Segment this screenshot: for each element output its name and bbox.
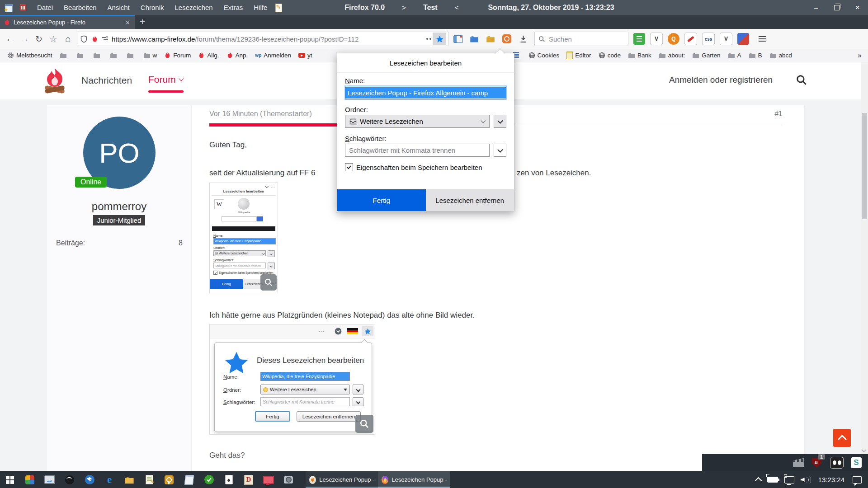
bookmark-folder[interactable]	[106, 50, 123, 61]
taskbar-window-firefox-active[interactable]: Lesezeichen Popup - F...	[378, 471, 450, 488]
bookmark-folder[interactable]	[73, 50, 90, 61]
enlarge-overlay-button[interactable]	[355, 415, 373, 433]
sharex-icon[interactable]: S	[851, 457, 862, 468]
quicklaunch-window-star-icon[interactable]: ★	[5, 3, 14, 12]
antivirus-check-icon[interactable]	[199, 471, 219, 488]
page-scrollbar[interactable]	[861, 62, 868, 454]
taskbar-clock[interactable]: 13:23:24	[818, 476, 844, 483]
tablet-notes-icon[interactable]	[179, 471, 199, 488]
tracking-protection-shield-icon[interactable]	[80, 35, 88, 43]
extension-green-icon[interactable]	[633, 33, 645, 45]
bookmark-forum[interactable]: Forum	[160, 50, 194, 61]
reload-button[interactable]: ↻	[32, 32, 46, 46]
downloads-icon[interactable]	[516, 32, 530, 46]
ublock-shield-icon[interactable]: u 1	[811, 457, 823, 469]
bookmark-folder-bank[interactable]: Bank	[624, 50, 655, 61]
close-button[interactable]: ×	[847, 0, 868, 15]
menu-bearbeiten[interactable]: Bearbeiten	[58, 4, 102, 11]
bookmark-folder[interactable]	[56, 50, 73, 61]
menu-datei[interactable]: Datei	[32, 4, 58, 11]
taskbar-monitor-app-icon[interactable]	[40, 471, 60, 488]
network-icon[interactable]	[784, 476, 794, 483]
bookmark-yt[interactable]: yt	[295, 50, 316, 61]
notepad-pencil-icon[interactable]: ✎	[139, 471, 159, 488]
camera-lens-icon[interactable]	[278, 471, 298, 488]
post-number[interactable]: #1	[774, 110, 783, 118]
action-center-icon[interactable]	[853, 476, 862, 483]
extension-v1-icon[interactable]: V	[650, 33, 663, 45]
permissions-icon[interactable]	[102, 36, 108, 42]
bookmark-folder-garten[interactable]: Garten	[689, 50, 724, 61]
forward-button[interactable]: →	[17, 32, 32, 46]
bookmark-folder-about[interactable]: about:	[655, 50, 689, 61]
site-identity-flame-icon[interactable]	[91, 36, 98, 42]
sitenav-nachrichten[interactable]: Nachrichten	[81, 75, 132, 86]
hamburger-menu-icon[interactable]	[755, 32, 769, 46]
thunderbird-icon[interactable]	[80, 471, 99, 488]
bookmarks-overflow-chevron[interactable]: »	[858, 52, 868, 60]
url-bar[interactable]: https://www.camp-firefox.de/forum/thema/…	[78, 32, 448, 46]
taskbar-window-firefox-old[interactable]: Lesezeichen Popup - F...	[306, 471, 378, 488]
battery-icon[interactable]	[767, 477, 778, 483]
login-link[interactable]: Anmelden oder registrieren	[669, 75, 773, 85]
page-actions-icon[interactable]	[426, 38, 428, 40]
restore-button[interactable]	[826, 0, 847, 15]
search-bar[interactable]: Suchen	[534, 32, 628, 46]
vnc-monitor-icon[interactable]	[259, 471, 278, 488]
menu-extras[interactable]: Extras	[218, 4, 249, 11]
file-explorer-icon[interactable]	[119, 471, 139, 488]
folder-expand-button[interactable]	[494, 115, 506, 128]
quicklaunch-red-grid-icon[interactable]	[19, 3, 28, 12]
taskbar-colorcube-icon[interactable]	[20, 471, 40, 488]
sidebar-toggle-icon[interactable]	[451, 32, 465, 46]
bookmark-allg[interactable]: Allg.	[194, 50, 222, 61]
home-button[interactable]: ⌂	[61, 32, 75, 46]
bookmark-folder-a[interactable]: A	[724, 50, 745, 61]
minimize-button[interactable]: –	[806, 0, 826, 15]
edit-on-save-row[interactable]: Eigenschaften beim Speichern bearbeiten	[345, 163, 482, 171]
tags-expand-button[interactable]	[494, 144, 506, 157]
name-input[interactable]: Lesezeichen Popup - Firefox Allgemein - …	[345, 86, 506, 99]
sitenav-forum[interactable]: Forum	[148, 74, 183, 85]
extension-multicolor-icon[interactable]	[737, 33, 749, 45]
bookmark-cookies[interactable]: Cookies	[525, 50, 563, 61]
scrollbar-down-arrow-icon[interactable]	[862, 448, 866, 452]
speaker-icon[interactable]	[801, 476, 811, 483]
bookmark-code[interactable]: code	[595, 50, 624, 61]
back-button[interactable]: ←	[3, 32, 17, 46]
bookmark-meistbesucht[interactable]: Meistbesucht	[4, 50, 56, 61]
author-name[interactable]: pommerroy	[47, 200, 191, 213]
menu-lesezeichen[interactable]: Lesezeichen	[169, 4, 218, 11]
remove-bookmark-button[interactable]: Lesezeichen entfernen	[426, 189, 514, 211]
extension-q-icon[interactable]: Q	[668, 33, 679, 45]
camp-firefox-logo[interactable]	[43, 67, 66, 95]
bookmark-folder-b[interactable]: B	[745, 50, 766, 61]
bookmark-folder[interactable]	[90, 50, 106, 61]
bookmark-editor[interactable]: Editor	[563, 50, 594, 61]
bookmarked-star-button[interactable]	[433, 33, 446, 45]
extension-css-icon[interactable]: css	[702, 33, 715, 45]
tray-chevron-up-icon[interactable]	[756, 476, 761, 483]
bookmark-star-button[interactable]: ☆	[46, 32, 61, 46]
dictionary-d-icon[interactable]: D	[239, 471, 259, 488]
bookmark-anmelden[interactable]: wp Anmelden	[251, 50, 295, 61]
orange-extension-icon[interactable]	[500, 32, 514, 46]
checkbox-checked[interactable]	[345, 163, 353, 171]
edge-icon[interactable]: e	[99, 471, 119, 488]
attachment-thumbnail-1[interactable]: … Lesezeichen bearbeiten W Wikipedia Nam…	[209, 183, 278, 293]
keepass-icon[interactable]	[159, 471, 179, 488]
extension-v2-icon[interactable]: V	[720, 33, 732, 45]
clapperboard-icon[interactable]	[793, 458, 804, 467]
eyes-icon[interactable]	[830, 457, 844, 469]
library-folder-icon[interactable]	[467, 32, 481, 46]
scrollbar-thumb[interactable]	[862, 113, 867, 219]
tab-close-icon[interactable]: ×	[124, 19, 131, 26]
scroll-to-top-button[interactable]	[833, 429, 851, 447]
tags-input[interactable]: Schlagwörter mit Kommata trennen	[345, 144, 490, 157]
site-search-icon[interactable]	[796, 74, 807, 86]
done-button[interactable]: Fertig	[337, 189, 426, 211]
extension-brush-icon[interactable]	[684, 33, 697, 45]
start-button[interactable]	[0, 471, 20, 488]
bookmark-anp[interactable]: Anp.	[223, 50, 252, 61]
taskbar-dark-sphere-icon[interactable]	[60, 471, 80, 488]
